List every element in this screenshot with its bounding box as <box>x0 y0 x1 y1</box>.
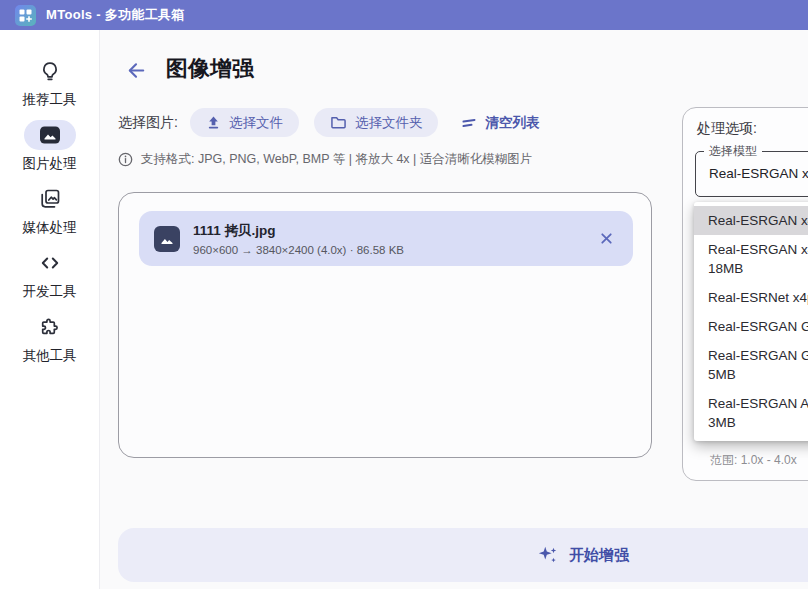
upload-icon <box>206 115 221 130</box>
sidebar-item-label: 图片处理 <box>23 155 77 173</box>
code-icon <box>24 248 76 278</box>
model-dropdown-menu: Real-ESRGAN x4 Real-ESRGAN x4 18MB Real-… <box>694 202 808 441</box>
sidebar-item-other-tools[interactable]: 其他工具 <box>23 312 77 365</box>
sidebar-item-label: 其他工具 <box>23 347 77 365</box>
model-option[interactable]: Real-ESRNet x4p <box>694 283 808 312</box>
image-icon <box>24 120 76 150</box>
model-select[interactable]: 选择模型 Real-ESRGAN x4 <box>695 151 808 197</box>
model-select-label: 选择模型 <box>704 143 762 160</box>
sidebar-item-label: 开发工具 <box>23 283 77 301</box>
app-title: MTools - 多功能工具箱 <box>46 6 185 24</box>
select-file-label: 选择文件 <box>229 114 283 132</box>
start-enhance-button[interactable]: 开始增强 <box>118 528 808 582</box>
scale-range-hint: 范围: 1.0x - 4.0x <box>710 452 797 469</box>
model-select-value: Real-ESRGAN x4 <box>709 166 808 181</box>
page-title: 图像增强 <box>166 54 254 84</box>
file-list-panel: 1111 拷贝.jpg 960×600 → 3840×2400 (4.0x) ·… <box>118 192 652 458</box>
select-folder-label: 选择文件夹 <box>355 114 423 132</box>
sidebar-item-image-processing[interactable]: 图片处理 <box>23 120 77 173</box>
remove-file-button[interactable] <box>595 227 618 250</box>
sidebar: 推荐工具 图片处理 媒体处理 <box>0 30 100 589</box>
file-list-item: 1111 拷贝.jpg 960×600 → 3840×2400 (4.0x) ·… <box>139 211 633 266</box>
format-hint-text: 支持格式: JPG, PNG, WebP, BMP 等 | 将放大 4x | 适… <box>141 151 532 168</box>
picker-label: 选择图片: <box>118 114 178 132</box>
photo-stack-icon <box>24 184 76 214</box>
sparkle-icon <box>537 544 559 566</box>
model-option[interactable]: Real-ESRGAN G 5MB <box>694 341 808 389</box>
image-thumbnail-icon <box>154 226 180 252</box>
app-window: MTools - 多功能工具箱 推荐工具 图片处理 <box>0 0 808 589</box>
folder-icon <box>330 115 347 130</box>
format-hint: 支持格式: JPG, PNG, WebP, BMP 等 | 将放大 4x | 适… <box>118 151 532 168</box>
clear-list-button[interactable]: 清空列表 <box>461 114 539 132</box>
app-logo-icon <box>15 5 36 26</box>
model-option[interactable]: Real-ESRGAN G <box>694 312 808 341</box>
file-meta: 960×600 → 3840×2400 (4.0x) · 86.58 KB <box>193 244 595 256</box>
sidebar-item-dev-tools[interactable]: 开发工具 <box>23 248 77 301</box>
model-option[interactable]: Real-ESRGAN A 3MB <box>694 389 808 437</box>
model-option[interactable]: Real-ESRGAN x4 <box>694 206 808 235</box>
start-enhance-label: 开始增强 <box>569 546 629 565</box>
model-option[interactable]: Real-ESRGAN x4 18MB <box>694 235 808 283</box>
select-file-button[interactable]: 选择文件 <box>190 108 299 137</box>
lightbulb-icon <box>24 56 76 86</box>
titlebar: MTools - 多功能工具箱 <box>0 0 808 30</box>
select-folder-button[interactable]: 选择文件夹 <box>314 108 439 137</box>
sidebar-item-label: 媒体处理 <box>23 219 77 237</box>
sidebar-item-label: 推荐工具 <box>23 91 77 109</box>
back-button[interactable] <box>122 56 150 84</box>
picker-controls: 选择图片: 选择文件 选择文件夹 <box>118 107 539 138</box>
options-title: 处理选项: <box>697 120 757 138</box>
file-name: 1111 拷贝.jpg <box>193 222 595 240</box>
clear-list-label: 清空列表 <box>485 114 539 132</box>
file-info: 1111 拷贝.jpg 960×600 → 3840×2400 (4.0x) ·… <box>193 222 595 256</box>
info-icon <box>118 152 133 167</box>
clear-list-icon <box>461 117 477 129</box>
sidebar-item-recommended[interactable]: 推荐工具 <box>23 56 77 109</box>
sidebar-item-media-processing[interactable]: 媒体处理 <box>23 184 77 237</box>
puzzle-icon <box>24 312 76 342</box>
